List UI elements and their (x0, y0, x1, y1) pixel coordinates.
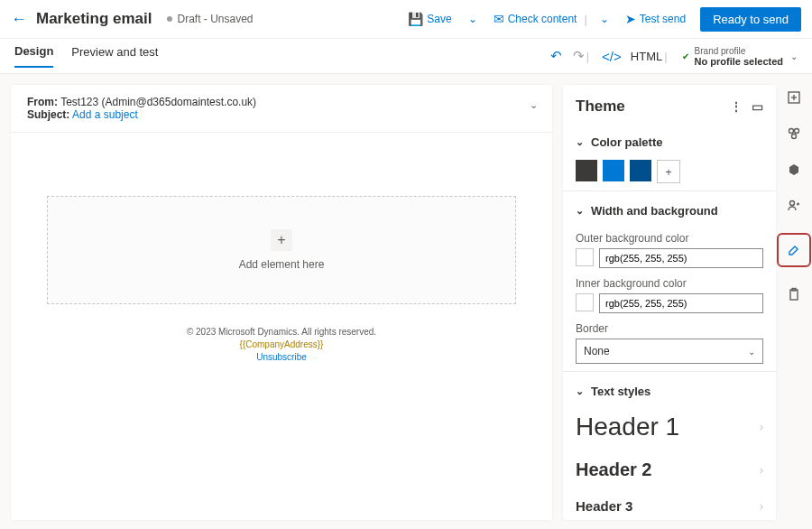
sub-header: Design Preview and test ↶ ↷ | </> HTML |… (0, 39, 812, 74)
rail-theme-icon[interactable] (777, 233, 811, 267)
save-button[interactable]: 💾Save (402, 8, 457, 30)
text-style-h1[interactable]: Header 1› (576, 404, 763, 450)
redo-icon[interactable]: ↷ (573, 48, 585, 64)
chevron-down-icon: ⌄ (748, 347, 755, 357)
section-text-styles[interactable]: ⌄Text styles (576, 379, 763, 404)
test-send-button[interactable]: ➤Test send (620, 8, 691, 30)
svg-point-4 (795, 129, 799, 134)
collapse-icon[interactable]: ⌄ (530, 99, 538, 111)
add-element-dropzone[interactable]: + Add element here (47, 196, 516, 304)
chevron-down-icon: ⌄ (576, 385, 584, 397)
app-header: ← Marketing email Draft - Unsaved 💾Save … (0, 0, 812, 39)
inner-color-input[interactable] (599, 293, 763, 313)
chevron-right-icon: › (760, 421, 763, 433)
fullscreen-icon[interactable]: ▭ (752, 99, 763, 114)
ready-to-send-button[interactable]: Ready to send (700, 7, 801, 32)
svg-point-7 (790, 201, 795, 206)
company-address-token: {{CompanyAddress}} (11, 339, 552, 351)
undo-icon[interactable]: ↶ (550, 48, 562, 64)
svg-point-3 (789, 129, 794, 134)
section-color-palette[interactable]: ⌄Color palette (576, 130, 763, 154)
email-header-fields: From: Test123 (Admin@d365domaintest.co.u… (11, 85, 552, 133)
outer-color-box[interactable] (576, 248, 594, 266)
send-icon: ➤ (625, 12, 636, 26)
code-icon[interactable]: </> (602, 49, 622, 64)
panel-title: Theme (576, 97, 625, 116)
chevron-right-icon: › (760, 500, 763, 513)
page-title: Marketing email (36, 10, 152, 28)
back-icon[interactable]: ← (11, 10, 27, 29)
add-color-button[interactable]: + (657, 160, 680, 183)
rail-clipboard-icon[interactable] (785, 285, 803, 303)
chevron-right-icon: › (760, 464, 763, 477)
status-dot (167, 16, 172, 22)
html-button[interactable]: HTML (631, 50, 662, 63)
brand-profile-selector[interactable]: ✔ Brand profileNo profile selected ⌄ (682, 46, 798, 67)
text-style-h2[interactable]: Header 2› (576, 450, 763, 489)
unsubscribe-link[interactable]: Unsubscribe (11, 351, 552, 364)
tab-preview[interactable]: Preview and test (71, 45, 158, 67)
color-swatch-3[interactable] (630, 160, 651, 181)
plus-icon: + (271, 229, 292, 251)
theme-panel: Theme ⋮ ▭ ⌄Color palette + ⌄Width and ba… (563, 85, 776, 520)
color-swatch-2[interactable] (603, 160, 624, 181)
email-footer: © 2023 Microsoft Dynamics. All rights re… (11, 326, 552, 364)
rail-settings-icon[interactable] (785, 161, 803, 179)
chevron-down-icon: ⌄ (576, 205, 584, 217)
from-value: Test123 (Admin@d365domaintest.co.uk) (60, 96, 256, 108)
color-swatch-1[interactable] (576, 160, 597, 181)
chevron-down-icon: ⌄ (576, 136, 584, 148)
rail-personalize-icon[interactable] (785, 197, 803, 215)
save-icon: 💾 (408, 12, 423, 26)
save-dropdown[interactable]: ⌄ (463, 9, 483, 29)
svg-marker-6 (789, 164, 798, 175)
status-text: Draft - Unsaved (178, 13, 254, 25)
chevron-down-icon: ⌄ (790, 51, 798, 61)
right-rail (776, 74, 812, 529)
email-canvas: From: Test123 (Admin@d365domaintest.co.u… (11, 85, 552, 520)
svg-point-5 (792, 135, 797, 139)
check-dropdown[interactable]: ⌄ (595, 9, 614, 29)
more-icon[interactable]: ⋮ (730, 99, 743, 114)
rail-elements-icon[interactable] (785, 125, 803, 143)
border-select[interactable]: None⌄ (576, 339, 763, 364)
check-shield-icon: ✔ (682, 51, 689, 61)
text-style-h3[interactable]: Header 3› (576, 489, 763, 520)
check-content-button[interactable]: ✉Check content (488, 8, 583, 30)
add-subject-link[interactable]: Add a subject (72, 108, 138, 121)
tab-design[interactable]: Design (14, 44, 53, 68)
mail-check-icon: ✉ (494, 12, 504, 26)
section-width-background[interactable]: ⌄Width and background (576, 199, 763, 223)
inner-color-box[interactable] (576, 293, 594, 311)
rail-add-icon[interactable] (785, 88, 803, 107)
outer-color-input[interactable] (599, 248, 763, 268)
